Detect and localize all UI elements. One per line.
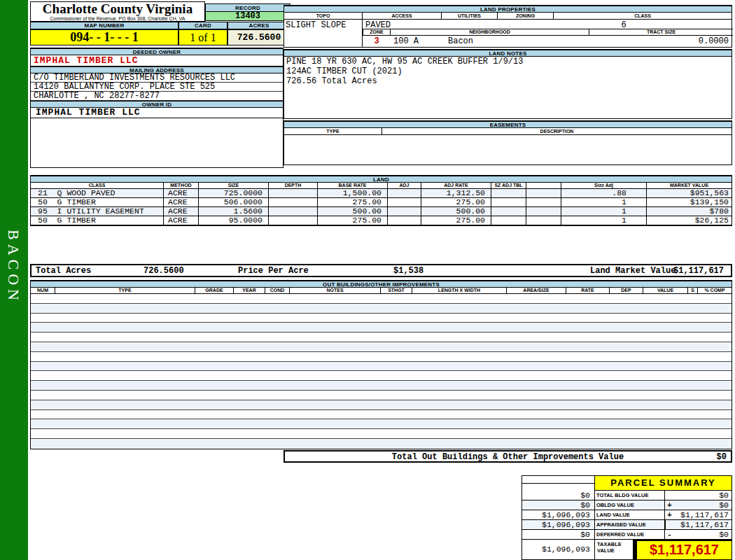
- row-operator: +: [665, 510, 675, 519]
- col-pct-comp: % COMP: [698, 288, 732, 294]
- row-value: $0: [675, 491, 732, 500]
- land-note-line: 124AC TIMBER CUT (2021): [284, 66, 732, 76]
- table-row: 95 I UTILITY EASEMENT ACRE 1.5600 500.00…: [31, 207, 732, 216]
- zone-value: 3: [363, 36, 391, 46]
- land-table-title: LAND: [31, 176, 732, 183]
- map-number-label: MAP NUMBER: [30, 22, 178, 29]
- land-properties-headers: TOPO ACCESS UTILITIES ZONING CLASS: [284, 13, 732, 20]
- out-building-empty-row: [31, 342, 732, 352]
- parcel-summary: PARCEL SUMMARY $0 TOTAL BLDG VALUE $0 $0…: [522, 475, 732, 560]
- out-building-empty-row: [31, 381, 732, 391]
- summary-row: $0 DEFERRED VALUE -$0: [522, 530, 732, 540]
- out-buildings-title: OUT BUILDINGS/OTHER IMPROVEMENTS: [31, 281, 732, 288]
- col-base-rate: BASE RATE: [318, 183, 388, 189]
- easements-section: EASEMENTS TYPE DESCRIPTION: [284, 120, 732, 165]
- summary-row: $1,096,093 APPRAISED VALUE $1,117,617: [522, 520, 732, 530]
- out-building-empty-row: [31, 352, 732, 362]
- col-notes: NOTES: [290, 288, 381, 294]
- price-per-acre-label: Price Per Acre: [238, 266, 309, 276]
- neighborhood-value: 100 ABacon: [393, 36, 473, 46]
- out-building-empty-row: [31, 429, 732, 439]
- col-sz-adj-tbl: SZ ADJ TBL: [491, 183, 526, 189]
- mailing-address-line: CHARLOTTE , NC 28277-8277: [31, 92, 283, 101]
- neighborhood-name: Bacon: [448, 36, 473, 46]
- row-value: $1,117,617: [675, 510, 732, 519]
- out-buildings-section: OUT BUILDINGS/OTHER IMPROVEMENTS NUM TYP…: [30, 280, 732, 449]
- summary-row: $0 TOTAL BLDG VALUE $0: [522, 491, 732, 500]
- col-size-adj: Size Adj: [561, 183, 647, 189]
- parcel-summary-title: PARCEL SUMMARY: [595, 476, 732, 491]
- col-method: METHOD: [164, 183, 199, 189]
- col-adj: ADJ: [388, 183, 421, 189]
- record-value: 13403: [205, 11, 290, 21]
- land-table: LAND CLASS METHOD SIZE DEPTH BASE RATE A…: [30, 175, 732, 226]
- row-value: $0: [675, 530, 732, 539]
- land-totals-row: Total Acres 726.5600 Price Per Acre $1,5…: [30, 264, 732, 277]
- col-sthgt: STHGT: [381, 288, 412, 294]
- total-acres-value: 726.5600: [144, 266, 184, 276]
- total-acres-label: Total Acres: [36, 266, 91, 276]
- col-value: VALUE: [643, 288, 688, 294]
- access-label: ACCESS: [363, 13, 442, 20]
- class-label: CLASS: [554, 13, 732, 20]
- prior-value: $1,096,093: [522, 520, 595, 530]
- land-notes-section: LAND NOTES PINE 18 YR 630 AC, HW 95 AC C…: [284, 49, 732, 119]
- land-properties-title: LAND PROPERTIES: [284, 6, 732, 13]
- col-s: S: [688, 288, 698, 294]
- acres-label: ACRES: [227, 22, 290, 29]
- col-length-width: LENGTH X WIDTH: [412, 288, 507, 294]
- out-building-empty-row: [31, 304, 732, 314]
- col-size: SIZE: [199, 183, 269, 189]
- out-building-empty-row: [31, 362, 732, 372]
- out-building-empty-row: [31, 314, 732, 323]
- row-label: APPRAISED VALUE: [595, 520, 665, 530]
- out-building-empty-row: [31, 371, 732, 381]
- taxable-value: $1,117,617: [634, 540, 732, 559]
- owner-block: DEEDED OWNER IMPHAL TIMBER LLC MAILING A…: [30, 48, 284, 168]
- summary-row: $1,096,093 LAND VALUE +$1,117,617: [522, 510, 732, 520]
- county-name: Charlotte County Virginia: [31, 2, 204, 16]
- col-grade: GRADE: [195, 288, 234, 294]
- neighborhood-sidebar: BACON: [0, 0, 28, 560]
- col-year: YEAR: [234, 288, 265, 294]
- land-note-line: 726.56 Total Acres: [284, 76, 732, 86]
- easement-type-label: TYPE: [284, 128, 382, 135]
- land-properties-section: LAND PROPERTIES TOPO ACCESS UTILITIES ZO…: [284, 5, 732, 48]
- land-market-value: $1,117,617: [673, 266, 724, 276]
- taxable-value-label: TAXABLE VALUE: [595, 540, 634, 559]
- col-num: NUM: [31, 288, 55, 294]
- col-adj-rate: ADJ RATE: [421, 183, 491, 189]
- col-type: TYPE: [55, 288, 195, 294]
- prior-value: $0: [522, 491, 595, 500]
- parcel-summary-empty-cell: [522, 476, 595, 491]
- row-label: TOTAL BLDG VALUE: [595, 491, 665, 500]
- row-value: $0: [675, 500, 732, 510]
- out-buildings-total-value: $0: [717, 452, 727, 462]
- out-building-empty-row: [31, 400, 732, 410]
- out-building-empty-row: [31, 410, 732, 420]
- tract-size-value: 0.0000: [589, 36, 729, 46]
- deeded-owner-value: IMPHAL TIMBER LLC: [31, 55, 283, 66]
- row-operator: +: [665, 500, 675, 510]
- col-class: CLASS: [31, 183, 164, 189]
- out-building-empty-row: [31, 439, 732, 449]
- prior-value: $0: [522, 530, 595, 540]
- taxable-prior-value: $1,096,093: [522, 540, 595, 559]
- row-label: OBLDG VALUE: [595, 500, 665, 510]
- out-buildings-total-row: Total Out Buildings & Other Improvements…: [284, 450, 732, 463]
- deeded-owner-label: DEEDED OWNER: [31, 48, 283, 55]
- easements-title: EASEMENTS: [284, 121, 732, 128]
- out-building-empty-row: [31, 332, 732, 342]
- zone-label: ZONE: [363, 29, 391, 36]
- land-notes-title: LAND NOTES: [284, 50, 732, 57]
- land-properties-values: SLIGHT SLOPE PAVED 6 ZONE NEIGHBORHOOD T…: [284, 20, 732, 47]
- col-rate: RATE: [566, 288, 610, 294]
- out-building-empty-row: [31, 391, 732, 400]
- owner-id-value: IMPHAL TIMBER LLC: [31, 108, 283, 118]
- taxable-value-row: $1,096,093 TAXABLE VALUE $1,117,617: [522, 540, 732, 559]
- out-building-empty-row: [31, 323, 732, 332]
- col-market-value: MARKET VALUE: [647, 183, 732, 189]
- out-buildings-total-label: Total Out Buildings & Other Improvements…: [392, 452, 624, 462]
- row-label: LAND VALUE: [595, 510, 665, 520]
- land-market-value-label: Land Market Value: [590, 266, 676, 276]
